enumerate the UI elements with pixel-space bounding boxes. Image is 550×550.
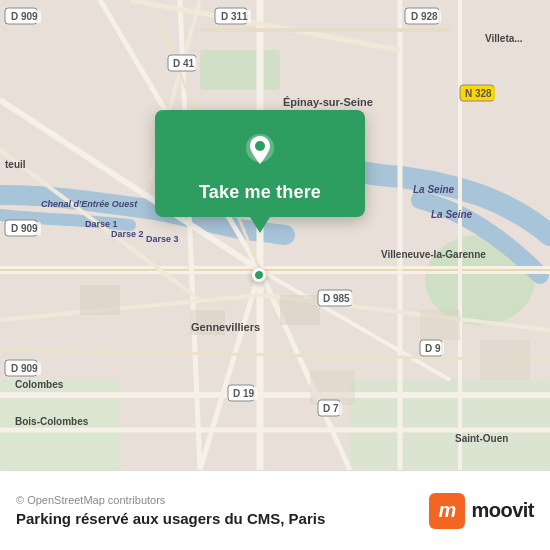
svg-rect-29: [420, 310, 460, 340]
svg-point-44: [255, 141, 265, 151]
place-bois-colombes: Bois-Colombes: [12, 415, 91, 428]
road-label-d985: D 985: [320, 292, 353, 305]
road-label-d41: D 41: [170, 57, 197, 70]
place-epinay: Épinay-sur-Seine: [280, 95, 376, 109]
place-villetaneuse: Villeta...: [482, 32, 526, 45]
road-label-d9: D 9: [422, 342, 444, 355]
place-gennevilliers: Gennevilliers: [188, 320, 263, 334]
attribution-text: © OpenStreetMap contributors: [16, 494, 325, 506]
road-label-n328: N 328: [462, 87, 495, 100]
moovit-logo: m moovit: [429, 493, 534, 529]
svg-rect-26: [280, 295, 320, 325]
road-label-d909-1: D 909: [8, 10, 41, 23]
bottom-left-info: © OpenStreetMap contributors Parking rés…: [16, 494, 325, 527]
road-label-d19: D 19: [230, 387, 257, 400]
road-label-d311: D 311: [218, 10, 251, 23]
moovit-m-icon: m: [429, 493, 465, 529]
road-label-d909-2: D 909: [8, 222, 41, 235]
svg-rect-30: [480, 340, 530, 380]
road-label-d7: D 7: [320, 402, 342, 415]
road-label-d909-3: D 909: [8, 362, 41, 375]
map-pin-dot: [252, 268, 266, 282]
place-colombes: Colombes: [12, 378, 66, 391]
svg-rect-2: [200, 50, 280, 90]
label-darse3: Darse 3: [143, 233, 182, 245]
location-pin-icon: [238, 128, 282, 172]
place-teuil: teuil: [2, 158, 29, 171]
bottom-bar: © OpenStreetMap contributors Parking rés…: [0, 470, 550, 550]
moovit-wordmark: moovit: [471, 499, 534, 522]
label-laseine-2: La Seine: [428, 208, 475, 221]
popup-card: Take me there: [155, 110, 365, 217]
map-svg: [0, 0, 550, 470]
place-saint-ouen: Saint-Ouen: [452, 432, 511, 445]
svg-rect-28: [80, 285, 120, 315]
label-laseine-1: La Seine: [410, 183, 457, 196]
label-chenal: Chenal d'Entrée Ouest: [38, 198, 140, 210]
take-me-there-button[interactable]: Take me there: [199, 182, 321, 203]
label-darse2: Darse 2: [108, 228, 147, 240]
location-title: Parking réservé aux usagers du CMS, Pari…: [16, 510, 325, 527]
place-villeneuve: Villeneuve-la-Garenne: [378, 248, 489, 261]
road-label-d928: D 928: [408, 10, 441, 23]
map-container: D 909 D 909 D 909 D 311 D 41 D 928 N 328…: [0, 0, 550, 470]
